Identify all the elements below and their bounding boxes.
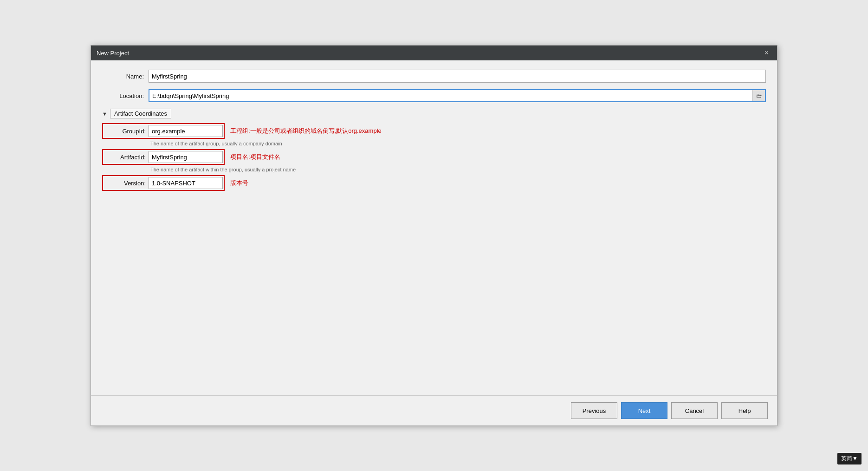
cancel-button[interactable]: Cancel xyxy=(671,402,718,419)
new-project-dialog: New Project × Name: Location: 🗁 ▼ Artifa… xyxy=(91,45,777,426)
next-button[interactable]: Next xyxy=(621,402,667,419)
location-row: Location: 🗁 xyxy=(102,89,766,102)
language-badge[interactable]: 英简▼ xyxy=(837,453,862,464)
artifact-coordinates-section: ▼ Artifact Coordinates GroupId: 工程组:一般是公… xyxy=(102,109,766,191)
folder-icon: 🗁 xyxy=(756,92,762,99)
artifact-id-annotation: 项目名:项目文件名 xyxy=(230,153,766,161)
artifact-id-hint: The name of the artifact within the grou… xyxy=(150,167,766,172)
name-input[interactable] xyxy=(149,70,766,83)
group-id-annotation: 工程组:一般是公司或者组织的域名倒写,默认org.example xyxy=(230,127,766,135)
artifact-id-labeled-box: ArtifactId: xyxy=(102,149,225,165)
location-input[interactable] xyxy=(149,90,752,101)
dialog-footer: Previous Next Cancel Help xyxy=(91,395,777,425)
artifact-header: ▼ Artifact Coordinates xyxy=(102,109,766,118)
artifact-id-label: ArtifactId: xyxy=(104,154,146,161)
version-labeled-box: Version: xyxy=(102,175,225,191)
version-annotation: 版本号 xyxy=(230,179,766,187)
group-id-hint: The name of the artifact group, usually … xyxy=(150,141,766,146)
artifact-toggle-icon[interactable]: ▼ xyxy=(102,111,107,117)
dialog-title: New Project xyxy=(97,50,129,57)
location-wrapper: 🗁 xyxy=(149,89,766,102)
artifact-coordinates-title: Artifact Coordinates xyxy=(110,109,171,118)
name-label: Name: xyxy=(102,73,144,80)
dialog-body: Name: Location: 🗁 ▼ Artifact Coordinates xyxy=(91,60,777,395)
location-label: Location: xyxy=(102,92,144,99)
group-id-label: GroupId: xyxy=(104,128,146,135)
artifact-id-input[interactable] xyxy=(149,151,223,163)
help-button[interactable]: Help xyxy=(721,402,768,419)
version-label: Version: xyxy=(104,180,146,187)
artifact-fields: GroupId: 工程组:一般是公司或者组织的域名倒写,默认org.exampl… xyxy=(102,123,766,191)
group-id-input[interactable] xyxy=(149,125,223,137)
group-id-row: GroupId: 工程组:一般是公司或者组织的域名倒写,默认org.exampl… xyxy=(102,123,766,139)
name-row: Name: xyxy=(102,70,766,83)
browse-folder-button[interactable]: 🗁 xyxy=(752,90,765,101)
version-input[interactable] xyxy=(149,177,223,189)
version-row: Version: 版本号 xyxy=(102,175,766,191)
dialog-titlebar: New Project × xyxy=(91,46,777,60)
group-id-labeled-box: GroupId: xyxy=(102,123,225,139)
artifact-id-row: ArtifactId: 项目名:项目文件名 xyxy=(102,149,766,165)
close-button[interactable]: × xyxy=(762,48,771,58)
previous-button[interactable]: Previous xyxy=(571,402,617,419)
